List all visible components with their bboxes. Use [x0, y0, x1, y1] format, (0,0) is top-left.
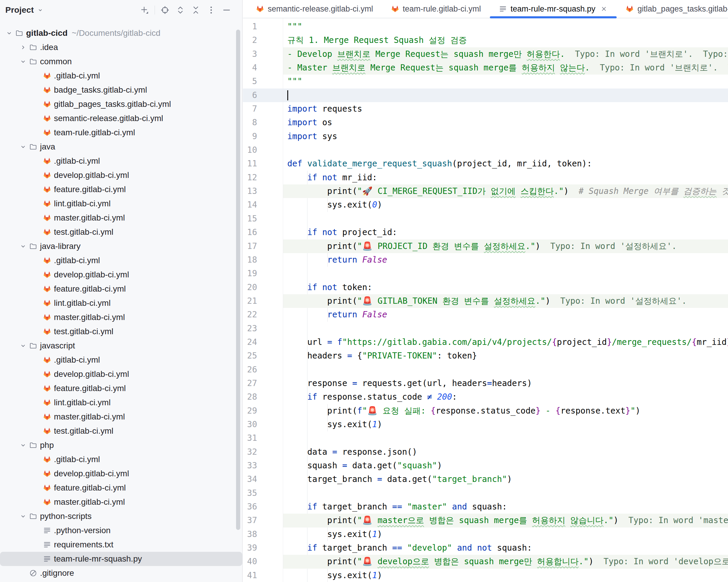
add-icon[interactable] [138, 4, 151, 16]
project-panel-title[interactable]: Project [5, 5, 34, 15]
code-line-23[interactable] [283, 322, 728, 336]
chevron-right-icon[interactable] [18, 40, 28, 54]
line-number[interactable]: 30 [243, 418, 257, 431]
tree-item-master.gitlab-ci.yml[interactable]: master.gitlab-ci.yml [0, 410, 242, 424]
line-number[interactable]: 17 [243, 239, 257, 253]
tree-item-develop.gitlab-ci.yml[interactable]: develop.gitlab-ci.yml [0, 168, 242, 182]
code-line-8[interactable]: import os [283, 116, 728, 129]
tree-item-requirements.txt[interactable]: requirements.txt [0, 537, 242, 552]
code-line-5[interactable]: """ [283, 75, 728, 88]
code-line-10[interactable] [283, 143, 728, 157]
code-line-18[interactable]: return False [283, 253, 728, 267]
line-number[interactable]: 34 [243, 473, 257, 486]
line-number[interactable]: 11 [243, 157, 257, 170]
line-number[interactable]: 26 [243, 363, 257, 376]
hide-panel-icon[interactable] [220, 4, 233, 16]
line-number[interactable]: 24 [243, 336, 257, 349]
more-options-icon[interactable] [205, 4, 217, 16]
line-number[interactable]: 12 [243, 171, 257, 184]
line-number[interactable]: 31 [243, 431, 257, 445]
line-number[interactable]: 2 [243, 33, 257, 47]
tree-item-.idea[interactable]: .idea [0, 40, 242, 54]
line-number[interactable]: 4 [243, 61, 257, 75]
code-line-35[interactable] [283, 486, 728, 500]
code-line-6[interactable] [283, 88, 728, 102]
chevron-down-icon[interactable] [37, 6, 44, 14]
line-number[interactable]: 18 [243, 253, 257, 267]
tree-item-lint.gitlab-ci.yml[interactable]: lint.gitlab-ci.yml [0, 396, 242, 410]
code-line-11[interactable]: def validate_merge_request_squash(projec… [283, 157, 728, 170]
code-line-39[interactable]: if target_branch == "develop" and not sq… [283, 541, 728, 555]
line-number[interactable]: 8 [243, 116, 257, 129]
code-line-27[interactable]: response = requests.get(url, headers=hea… [283, 376, 728, 390]
chevron-down-icon[interactable] [18, 140, 28, 154]
code-line-36[interactable]: if target_branch == "master" and squash: [283, 500, 728, 513]
tree-item-master.gitlab-ci.yml[interactable]: master.gitlab-ci.yml [0, 211, 242, 225]
locate-file-icon[interactable] [159, 4, 171, 16]
code-line-32[interactable]: data = response.json() [283, 445, 728, 459]
chevron-down-icon[interactable] [18, 509, 28, 523]
line-number[interactable]: 29 [243, 404, 257, 418]
code-line-13[interactable]: print("🚀 CI_MERGE_REQUEST_IID가 없기에 스킵한다.… [283, 184, 728, 198]
line-number[interactable]: 5 [243, 75, 257, 88]
tree-item-.gitlab-ci.yml[interactable]: .gitlab-ci.yml [0, 452, 242, 467]
tree-item-team-rule-mr-squash.py[interactable]: team-rule-mr-squash.py [0, 552, 242, 566]
code-line-37[interactable]: print("🚨 master으로 병합은 squash merge를 허용하지… [283, 513, 728, 527]
line-number[interactable]: 25 [243, 349, 257, 363]
tree-item-feature.gitlab-ci.yml[interactable]: feature.gitlab-ci.yml [0, 182, 242, 196]
code-line-41[interactable]: sys.exit(1) [283, 569, 728, 582]
line-number[interactable]: 36 [243, 500, 257, 513]
tree-item-feature.gitlab-ci.yml[interactable]: feature.gitlab-ci.yml [0, 381, 242, 396]
tree-item-badge-tasks.gitlab-ci.yml[interactable]: badge_tasks.gitlab-ci.yml [0, 83, 242, 97]
code-editor[interactable]: 1234567891011121314151617181920212223242… [243, 18, 728, 582]
code-line-15[interactable] [283, 212, 728, 226]
code-line-29[interactable]: print(f"🚨 요청 실패: {response.status_code} … [283, 404, 728, 418]
line-number[interactable]: 22 [243, 308, 257, 321]
code-line-17[interactable]: print("🚨 PROJECT_ID 환경 변수를 설정하세요.") Typo… [283, 239, 728, 253]
line-number[interactable]: 20 [243, 281, 257, 294]
line-number[interactable]: 33 [243, 459, 257, 473]
code-line-28[interactable]: if response.status_code ≠ 200: [283, 390, 728, 404]
line-number[interactable]: 14 [243, 198, 257, 212]
line-number[interactable]: 10 [243, 143, 257, 157]
editor-tab-team-rule-mr-squash.py[interactable]: team-rule-mr-squash.py [490, 0, 617, 18]
line-number[interactable]: 9 [243, 130, 257, 143]
code-line-26[interactable] [283, 363, 728, 376]
line-number[interactable]: 27 [243, 376, 257, 390]
line-number[interactable]: 40 [243, 555, 257, 568]
code-line-7[interactable]: import requests [283, 102, 728, 116]
chevron-down-icon[interactable] [4, 26, 14, 40]
tree-item-feature.gitlab-ci.yml[interactable]: feature.gitlab-ci.yml [0, 481, 242, 495]
line-number[interactable]: 21 [243, 294, 257, 308]
tree-item-gitlab-cicd[interactable]: gitlab-cicd~/Documents/gitlab-cicd [0, 26, 242, 40]
tree-item-.gitlab-ci.yml[interactable]: .gitlab-ci.yml [0, 154, 242, 168]
code-line-31[interactable] [283, 431, 728, 445]
code-line-21[interactable]: print("🚨 GITLAB_TOKEN 환경 변수를 설정하세요.") Ty… [283, 294, 728, 308]
editor-tab-gitlab-pages-tasks.gitlab-ci.yml[interactable]: gitlab_pages_tasks.gitlab-ci.yml [617, 0, 728, 18]
tree-item-develop.gitlab-ci.yml[interactable]: develop.gitlab-ci.yml [0, 268, 242, 282]
tree-item-master.gitlab-ci.yml[interactable]: master.gitlab-ci.yml [0, 495, 242, 509]
chevron-down-icon[interactable] [18, 339, 28, 353]
tree-item-master.gitlab-ci.yml[interactable]: master.gitlab-ci.yml [0, 310, 242, 324]
line-number[interactable]: 38 [243, 528, 257, 541]
line-number[interactable]: 15 [243, 212, 257, 226]
code-line-38[interactable]: sys.exit(1) [283, 528, 728, 541]
tree-item-gitlab-pages-tasks.gitlab-ci.yml[interactable]: gitlab_pages_tasks.gitlab-ci.yml [0, 97, 242, 111]
editor-tab-team-rule.gitlab-ci.yml[interactable]: team-rule.gitlab-ci.yml [382, 0, 490, 18]
tree-item-develop.gitlab-ci.yml[interactable]: develop.gitlab-ci.yml [0, 467, 242, 481]
code-line-30[interactable]: sys.exit(1) [283, 418, 728, 431]
line-number[interactable]: 3 [243, 47, 257, 61]
tree-item-develop.gitlab-ci.yml[interactable]: develop.gitlab-ci.yml [0, 367, 242, 381]
line-number[interactable]: 1 [243, 20, 257, 33]
tree-item-.gitignore[interactable]: .gitignore [0, 566, 242, 580]
tree-item-test.gitlab-ci.yml[interactable]: test.gitlab-ci.yml [0, 424, 242, 438]
line-number[interactable]: 35 [243, 486, 257, 500]
tree-item-semantic-release.gitlab-ci.yml[interactable]: semantic-release.gitlab-ci.yml [0, 111, 242, 126]
chevron-down-icon[interactable] [18, 239, 28, 254]
line-number[interactable]: 6 [243, 88, 257, 102]
code-line-16[interactable]: if not project_id: [283, 226, 728, 239]
tree-item-lint.gitlab-ci.yml[interactable]: lint.gitlab-ci.yml [0, 196, 242, 211]
expand-all-icon[interactable] [175, 4, 186, 16]
code-line-34[interactable]: target_branch = data.get("target_branch"… [283, 473, 728, 486]
editor-gutter[interactable]: 1234567891011121314151617181920212223242… [243, 20, 283, 582]
